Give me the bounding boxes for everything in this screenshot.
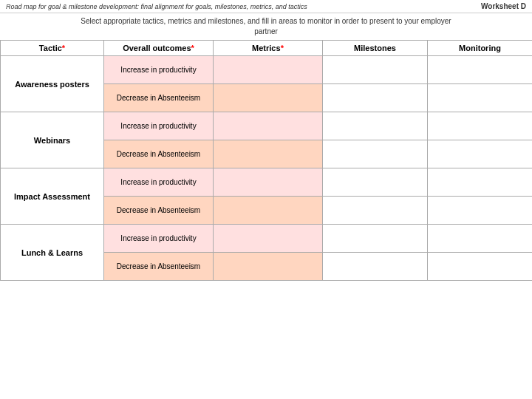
metrics-cell-2-0 (214, 168, 323, 197)
monitoring-cell-3-0 (428, 225, 533, 253)
monitoring-cell-2-0 (428, 168, 533, 197)
col-header-milestones: Milestones (323, 41, 428, 56)
milestones-cell-0-1 (323, 84, 428, 112)
roadmap-text: Road map for goal & milestone developmen… (6, 3, 307, 10)
milestones-cell-2-1 (323, 197, 428, 225)
monitoring-cell-0-1 (428, 84, 533, 112)
tactic-cell-0: Awareness posters (1, 56, 104, 112)
outcome-cell-1-1: Decrease in Absenteeism (104, 140, 214, 168)
metrics-cell-1-1 (214, 140, 323, 168)
top-header: Road map for goal & milestone developmen… (0, 0, 532, 13)
main-table: Tactic* Overall outcomes* Metrics* Miles… (0, 40, 532, 281)
metrics-cell-0-0 (214, 56, 323, 84)
outcome-cell-0-0: Increase in productivity (104, 56, 214, 84)
col-header-metrics: Metrics* (214, 41, 323, 56)
outcome-cell-0-1: Decrease in Absenteeism (104, 84, 214, 112)
milestones-cell-3-0 (323, 225, 428, 253)
metrics-cell-2-1 (214, 197, 323, 225)
subtitle-text: Select appropriate tactics, metrics and … (81, 17, 451, 25)
monitoring-cell-1-0 (428, 112, 533, 140)
outcome-cell-3-1: Decrease in Absenteeism (104, 253, 214, 281)
tactic-cell-3: Lunch & Learns (1, 225, 104, 281)
metrics-cell-3-1 (214, 253, 323, 281)
worksheet-label: Worksheet D (481, 2, 526, 10)
outcome-cell-2-0: Increase in productivity (104, 168, 214, 197)
col-header-monitoring: Monitoring (428, 41, 533, 56)
milestones-cell-2-0 (323, 168, 428, 197)
milestones-cell-0-0 (323, 56, 428, 84)
monitoring-cell-3-1 (428, 253, 533, 281)
milestones-cell-1-1 (323, 140, 428, 168)
col-header-tactic: Tactic* (1, 41, 104, 56)
tactic-cell-2: Impact Assessment (1, 168, 104, 225)
partner-note: partner (254, 27, 278, 35)
milestones-cell-1-0 (323, 112, 428, 140)
monitoring-cell-1-1 (428, 140, 533, 168)
metrics-cell-0-1 (214, 84, 323, 112)
subtitle-container: Select appropriate tactics, metrics and … (0, 13, 532, 40)
monitoring-cell-2-1 (428, 197, 533, 225)
milestones-cell-3-1 (323, 253, 428, 281)
outcome-cell-1-0: Increase in productivity (104, 112, 214, 140)
tactic-cell-1: Webinars (1, 112, 104, 168)
outcome-cell-3-0: Increase in productivity (104, 225, 214, 253)
col-header-outcome: Overall outcomes* (104, 41, 214, 56)
monitoring-cell-0-0 (428, 56, 533, 84)
metrics-cell-3-0 (214, 225, 323, 253)
metrics-cell-1-0 (214, 112, 323, 140)
outcome-cell-2-1: Decrease in Absenteeism (104, 197, 214, 225)
